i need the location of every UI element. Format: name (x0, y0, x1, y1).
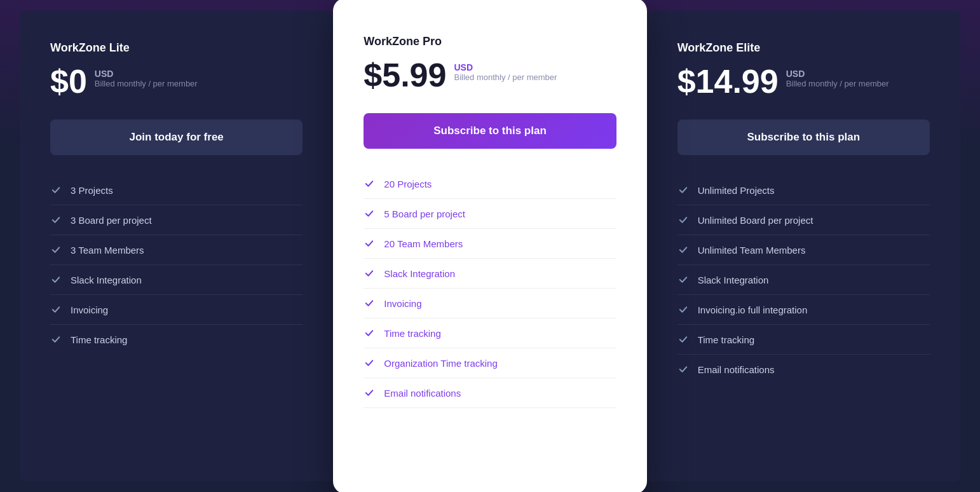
list-item: 5 Board per project (364, 199, 616, 229)
plan-name-lite: WorkZone Lite (50, 41, 303, 55)
plan-card-elite: WorkZone Elite$14.99USDBilled monthly / … (647, 11, 960, 481)
feature-text: Slack Integration (384, 268, 616, 279)
list-item: Unlimited Projects (677, 175, 930, 205)
feature-text: Time tracking (384, 328, 616, 339)
check-icon (364, 387, 375, 399)
list-item: Organization Time tracking (364, 348, 616, 378)
feature-text: Email notifications (698, 364, 930, 375)
check-icon (677, 334, 689, 345)
list-item: Unlimited Team Members (677, 235, 930, 265)
price-amount-pro: $5.99 (364, 58, 446, 92)
check-icon (677, 304, 689, 315)
price-currency-lite: USD (95, 69, 198, 79)
check-icon (677, 274, 689, 285)
check-icon (50, 334, 62, 345)
features-list-elite: Unlimited Projects Unlimited Board per p… (677, 175, 930, 384)
list-item: 3 Projects (50, 175, 303, 205)
price-billing-lite: Billed monthly / per member (95, 79, 198, 88)
list-item: 20 Projects (364, 169, 616, 199)
list-item: Email notifications (677, 355, 930, 384)
list-item: Slack Integration (364, 259, 616, 289)
list-item: Slack Integration (50, 265, 303, 295)
cta-button-elite[interactable]: Subscribe to this plan (677, 120, 930, 155)
feature-text: Unlimited Board per project (698, 215, 930, 226)
cta-button-pro[interactable]: Subscribe to this plan (364, 113, 616, 149)
features-list-lite: 3 Projects 3 Board per project 3 Team Me… (50, 175, 303, 354)
feature-text: Organization Time tracking (384, 358, 616, 369)
feature-text: Slack Integration (71, 275, 303, 285)
feature-text: Unlimited Projects (698, 185, 930, 196)
feature-text: Invoicing.io full integration (698, 304, 930, 315)
pricing-container: WorkZone Lite$0USDBilled monthly / per m… (20, 11, 960, 481)
feature-text: Invoicing (384, 298, 616, 309)
list-item: Unlimited Board per project (677, 205, 930, 235)
list-item: Slack Integration (677, 265, 930, 295)
plan-card-lite: WorkZone Lite$0USDBilled monthly / per m… (20, 11, 333, 481)
feature-text: Time tracking (698, 334, 930, 345)
list-item: Time tracking (677, 325, 930, 355)
check-icon (677, 214, 689, 226)
check-icon (677, 244, 689, 256)
list-item: Time tracking (364, 318, 616, 348)
list-item: Email notifications (364, 378, 616, 408)
check-icon (50, 184, 62, 196)
price-amount-lite: $0 (50, 65, 87, 98)
check-icon (364, 238, 375, 249)
check-icon (364, 208, 375, 219)
check-icon (364, 327, 375, 339)
check-icon (364, 357, 375, 369)
feature-text: 3 Board per project (71, 215, 303, 226)
check-icon (364, 178, 375, 189)
price-row-pro: $5.99USDBilled monthly / per member (364, 58, 616, 92)
check-icon (677, 364, 689, 375)
feature-text: 20 Team Members (384, 238, 616, 249)
list-item: Invoicing (364, 289, 616, 318)
list-item: Invoicing.io full integration (677, 295, 930, 325)
check-icon (50, 304, 62, 315)
list-item: Time tracking (50, 325, 303, 354)
check-icon (677, 184, 689, 196)
feature-text: Invoicing (71, 304, 303, 315)
list-item: 3 Board per project (50, 205, 303, 235)
check-icon (364, 297, 375, 309)
plan-name-pro: WorkZone Pro (364, 35, 616, 48)
feature-text: 20 Projects (384, 179, 616, 189)
plan-name-elite: WorkZone Elite (677, 41, 930, 55)
features-list-pro: 20 Projects 5 Board per project 20 Team … (364, 169, 616, 408)
check-icon (364, 268, 375, 279)
feature-text: Unlimited Team Members (698, 245, 930, 256)
price-currency-pro: USD (454, 62, 557, 72)
check-icon (50, 274, 62, 285)
list-item: 20 Team Members (364, 229, 616, 259)
plan-card-pro: WorkZone Pro$5.99USDBilled monthly / per… (333, 0, 646, 492)
feature-text: 3 Team Members (71, 245, 303, 256)
list-item: 3 Team Members (50, 235, 303, 265)
price-row-lite: $0USDBilled monthly / per member (50, 65, 303, 98)
price-currency-elite: USD (786, 69, 889, 79)
check-icon (50, 214, 62, 226)
feature-text: Email notifications (384, 388, 616, 399)
check-icon (50, 244, 62, 256)
cta-button-lite[interactable]: Join today for free (50, 120, 303, 155)
feature-text: Slack Integration (698, 275, 930, 285)
price-amount-elite: $14.99 (677, 65, 779, 98)
feature-text: Time tracking (71, 334, 303, 345)
list-item: Invoicing (50, 295, 303, 325)
price-row-elite: $14.99USDBilled monthly / per member (677, 65, 930, 98)
price-billing-pro: Billed monthly / per member (454, 72, 557, 82)
price-billing-elite: Billed monthly / per member (786, 79, 889, 88)
feature-text: 5 Board per project (384, 208, 616, 219)
feature-text: 3 Projects (71, 185, 303, 196)
